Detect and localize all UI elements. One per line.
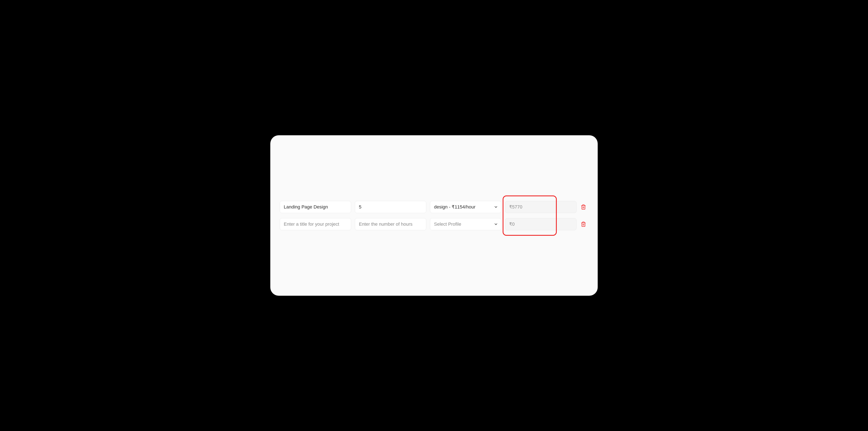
amount-output: ₹0 — [505, 218, 577, 230]
trash-icon — [581, 221, 586, 227]
title-input[interactable] — [280, 201, 351, 213]
hours-input[interactable] — [355, 218, 426, 230]
delete-row-button[interactable] — [580, 221, 587, 227]
amount-output: ₹5770 — [505, 201, 577, 213]
form-card: design - ₹1154/hour ₹5770 — [270, 135, 598, 296]
trash-icon — [581, 204, 586, 210]
profile-select-placeholder: Select Profile — [430, 218, 501, 230]
line-item-row: Select Profile ₹0 — [280, 218, 588, 230]
title-input[interactable] — [280, 218, 351, 230]
delete-row-button[interactable] — [580, 204, 587, 210]
line-item-row: design - ₹1154/hour ₹5770 — [280, 201, 588, 213]
profile-select[interactable]: Select Profile — [430, 218, 501, 230]
line-items: design - ₹1154/hour ₹5770 — [280, 201, 588, 230]
hours-input[interactable] — [355, 201, 426, 213]
profile-select[interactable]: design - ₹1154/hour — [430, 201, 501, 213]
profile-select-value: design - ₹1154/hour — [430, 201, 501, 213]
